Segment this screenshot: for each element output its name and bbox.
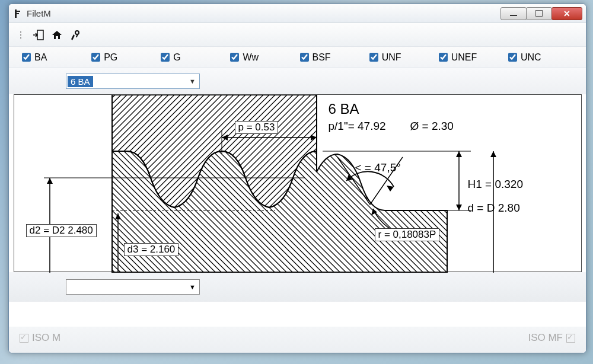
second-dropdown[interactable]: ▼ xyxy=(66,279,200,295)
svg-rect-3 xyxy=(37,30,43,40)
checkbox-pg-input[interactable] xyxy=(91,53,100,62)
checkbox-g-input[interactable] xyxy=(161,53,170,62)
diagram-diameter: Ø = 2.30 xyxy=(410,120,454,133)
svg-point-4 xyxy=(75,31,79,34)
size-dropdown-value: 6 BA xyxy=(68,76,93,87)
checkbox-pg[interactable]: PG xyxy=(89,51,158,63)
home-icon[interactable] xyxy=(50,28,63,41)
second-dropdown-row: ▼ xyxy=(9,272,586,302)
diagram-d2: d2 = D2 2.480 xyxy=(26,224,97,237)
chevron-down-icon: ▼ xyxy=(189,78,196,85)
checkbox-ww-label: Ww xyxy=(243,52,259,63)
checkbox-bsf[interactable]: BSF xyxy=(298,51,367,63)
minimize-button[interactable] xyxy=(500,7,527,20)
iso-m-label: ISO M xyxy=(32,332,60,344)
diagram-angle: < = 47,5° xyxy=(355,161,401,174)
iso-mf-group: ISO MF xyxy=(528,332,575,344)
size-dropdown-row: 6 BA ▼ xyxy=(9,68,586,94)
iso-mf-label: ISO MF xyxy=(528,332,563,344)
grip-icon[interactable] xyxy=(15,28,28,41)
chevron-down-icon: ▼ xyxy=(189,283,196,290)
svg-point-0 xyxy=(20,31,21,33)
checkbox-bsf-label: BSF xyxy=(313,52,331,63)
checkbox-unc-input[interactable] xyxy=(508,53,517,62)
size-dropdown[interactable]: 6 BA ▼ xyxy=(66,74,200,89)
checkbox-ba-input[interactable] xyxy=(22,53,31,62)
footer-row: ISO M ISO MF xyxy=(9,327,586,353)
checkbox-ba[interactable]: BA xyxy=(20,51,89,63)
checkbox-unef-input[interactable] xyxy=(439,53,448,62)
checkbox-unef-label: UNEF xyxy=(451,52,477,63)
checkbox-bsf-input[interactable] xyxy=(300,53,309,62)
thread-type-row: BA PG G Ww BSF UNF UNEF UNC xyxy=(9,47,586,68)
tools-icon[interactable] xyxy=(68,28,81,41)
svg-point-2 xyxy=(20,37,21,39)
diagram-tpi: p/1"= 47.92 xyxy=(329,120,386,133)
checkbox-unf[interactable]: UNF xyxy=(367,51,436,63)
checkbox-unf-label: UNF xyxy=(382,52,401,63)
checkbox-unc-label: UNC xyxy=(521,52,541,63)
svg-point-1 xyxy=(20,34,21,36)
iso-m-group: ISO M xyxy=(20,332,60,344)
iso-mf-checkbox[interactable] xyxy=(566,334,575,343)
thread-diagram: 6 BA p/1"= 47.92 Ø = 2.30 p = 0.53 < = 4… xyxy=(14,94,582,272)
close-button[interactable] xyxy=(551,7,582,20)
window-title: FiletM xyxy=(27,8,51,18)
checkbox-unf-input[interactable] xyxy=(369,53,378,62)
diagram-d3: d3 = 2.160 xyxy=(124,243,179,256)
iso-m-checkbox[interactable] xyxy=(20,334,28,343)
checkbox-pg-label: PG xyxy=(104,52,117,63)
app-icon xyxy=(12,8,23,19)
titlebar[interactable]: FiletM xyxy=(9,4,586,23)
checkbox-ww[interactable]: Ww xyxy=(228,51,297,63)
checkbox-g-label: G xyxy=(173,52,180,63)
toolbar xyxy=(9,23,586,47)
checkbox-unc[interactable]: UNC xyxy=(506,51,575,63)
diagram-d: d = D 2.80 xyxy=(468,202,520,215)
window-controls xyxy=(501,7,582,20)
diagram-r: r = 0,18083P xyxy=(375,228,440,241)
diagram-title: 6 BA xyxy=(329,101,359,117)
app-window: FiletM xyxy=(8,4,586,353)
exit-icon[interactable] xyxy=(33,28,46,41)
checkbox-unef[interactable]: UNEF xyxy=(436,51,506,63)
diagram-h1: H1 = 0.320 xyxy=(468,178,524,191)
checkbox-ww-input[interactable] xyxy=(230,53,239,62)
checkbox-ba-label: BA xyxy=(34,52,47,63)
checkbox-g[interactable]: G xyxy=(158,51,228,63)
maximize-button[interactable] xyxy=(526,7,552,20)
diagram-pitch: p = 0.53 xyxy=(235,121,279,134)
